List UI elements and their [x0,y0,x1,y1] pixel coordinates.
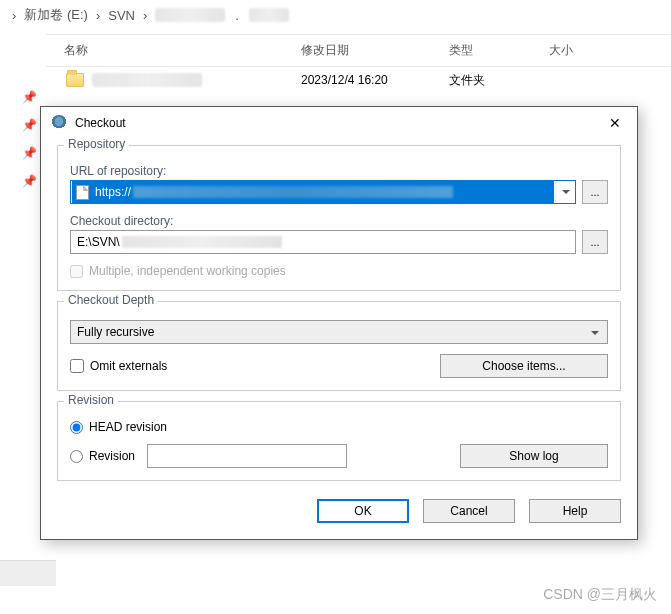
pin-icon: 📌 [22,174,37,188]
file-header: 名称 修改日期 类型 大小 [46,35,671,67]
choose-items-button[interactable]: Choose items... [440,354,608,378]
pin-icon: 📌 [22,146,37,160]
dialog-buttons: OK Cancel Help [57,491,621,523]
close-icon[interactable]: ✕ [603,111,627,135]
depth-select[interactable]: Fully recursive [70,320,608,344]
dir-label: Checkout directory: [70,214,608,228]
multiple-copies-checkbox[interactable]: Multiple, independent working copies [70,264,608,278]
pin-icon: 📌 [22,90,37,104]
url-prefix: https:// [95,185,131,199]
revision-number-input[interactable] [147,444,347,468]
repository-group: Repository URL of repository: https:// .… [57,145,621,291]
omit-externals-input[interactable] [70,359,84,373]
head-revision-input[interactable] [70,421,83,434]
url-label: URL of repository: [70,164,608,178]
multiple-copies-label: Multiple, independent working copies [89,264,286,278]
col-header-name[interactable]: 名称 [46,42,301,59]
breadcrumb-seg-obscured [249,8,289,22]
dir-value: E:\SVN\ [77,235,120,249]
status-bar-fragment [0,560,56,586]
col-header-type[interactable]: 类型 [449,42,549,59]
folder-date: 2023/12/4 16:20 [301,73,449,87]
breadcrumb-arrow: › [12,8,16,23]
depth-legend: Checkout Depth [64,293,158,307]
file-listing: 名称 修改日期 类型 大小 2023/12/4 16:20 文件夹 [46,34,671,93]
checkout-directory-input[interactable]: E:\SVN\ [70,230,576,254]
folder-icon [66,73,84,87]
depth-value: Fully recursive [77,325,154,339]
omit-externals-checkbox[interactable]: Omit externals [70,359,167,373]
revision-input[interactable] [70,450,83,463]
breadcrumb-seg-obscured [155,8,225,22]
omit-externals-label: Omit externals [90,359,167,373]
col-header-size[interactable]: 大小 [549,42,629,59]
checkout-depth-group: Checkout Depth Fully recursive Omit exte… [57,301,621,391]
breadcrumb-arrow: › [143,8,147,23]
revision-label: Revision [89,449,135,463]
show-log-button[interactable]: Show log [460,444,608,468]
breadcrumb-seg-drive[interactable]: 新加卷 (E:) [24,6,88,24]
browse-url-button[interactable]: ... [582,180,608,204]
dialog-titlebar: Checkout ✕ [41,107,637,139]
tortoise-icon [51,115,67,131]
head-revision-label: HEAD revision [89,420,167,434]
file-icon [76,185,89,200]
breadcrumb: › 新加卷 (E:) › SVN › . [0,0,671,30]
ok-button[interactable]: OK [317,499,409,523]
revision-legend: Revision [64,393,118,407]
repository-legend: Repository [64,137,129,151]
head-revision-radio[interactable]: HEAD revision [70,420,608,434]
url-obscured [133,186,453,198]
checkout-dialog: Checkout ✕ Repository URL of repository:… [40,106,638,540]
col-header-date[interactable]: 修改日期 [301,42,449,59]
folder-name-obscured [92,73,202,87]
quick-access-pins: 📌 📌 📌 📌 [22,90,37,188]
folder-row[interactable]: 2023/12/4 16:20 文件夹 [46,67,671,93]
dir-obscured [122,236,282,248]
chevron-down-icon[interactable] [555,181,575,203]
url-combobox[interactable]: https:// [70,180,576,204]
revision-radio[interactable]: Revision [70,449,135,463]
pin-icon: 📌 [22,118,37,132]
watermark: CSDN @三月枫火 [543,586,657,604]
breadcrumb-arrow: › [96,8,100,23]
revision-group: Revision HEAD revision Revision Show log [57,401,621,481]
dialog-title: Checkout [75,116,126,130]
cancel-button[interactable]: Cancel [423,499,515,523]
multiple-copies-input [70,265,83,278]
browse-dir-button[interactable]: ... [582,230,608,254]
help-button[interactable]: Help [529,499,621,523]
folder-type: 文件夹 [449,72,549,89]
breadcrumb-seg-svn[interactable]: SVN [108,8,135,23]
